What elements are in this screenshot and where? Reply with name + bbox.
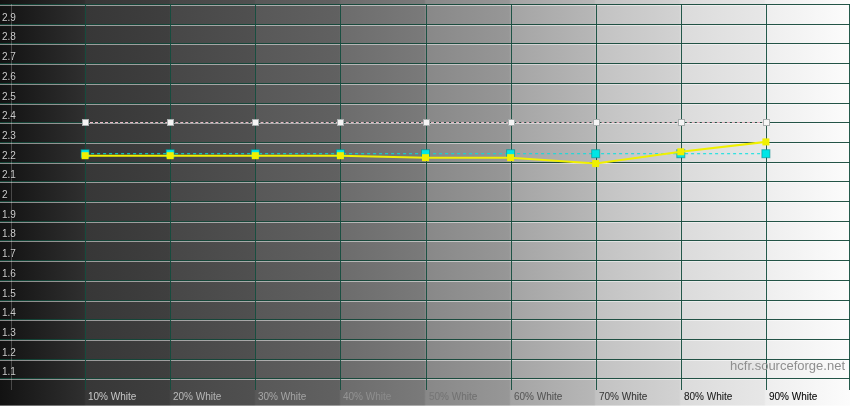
hcfr-watermark: hcfr.sourceforge.net — [730, 359, 845, 373]
average-gamma-marker — [762, 150, 770, 158]
measured-gamma-marker — [507, 154, 514, 161]
measured-gamma-marker — [252, 152, 259, 159]
measured-gamma-marker — [677, 148, 684, 155]
measured-gamma-marker — [592, 160, 599, 167]
measured-gamma-marker — [762, 138, 769, 145]
measured-gamma-marker — [82, 152, 89, 159]
average-gamma-marker — [592, 150, 600, 158]
measured-gamma-marker — [422, 154, 429, 161]
gamma-chart: 2.92.82.72.62.52.42.32.22.121.91.81.71.6… — [0, 0, 850, 406]
gamma-series-plot — [0, 0, 850, 406]
measured-gamma-marker — [337, 152, 344, 159]
measured-gamma-marker — [167, 152, 174, 159]
